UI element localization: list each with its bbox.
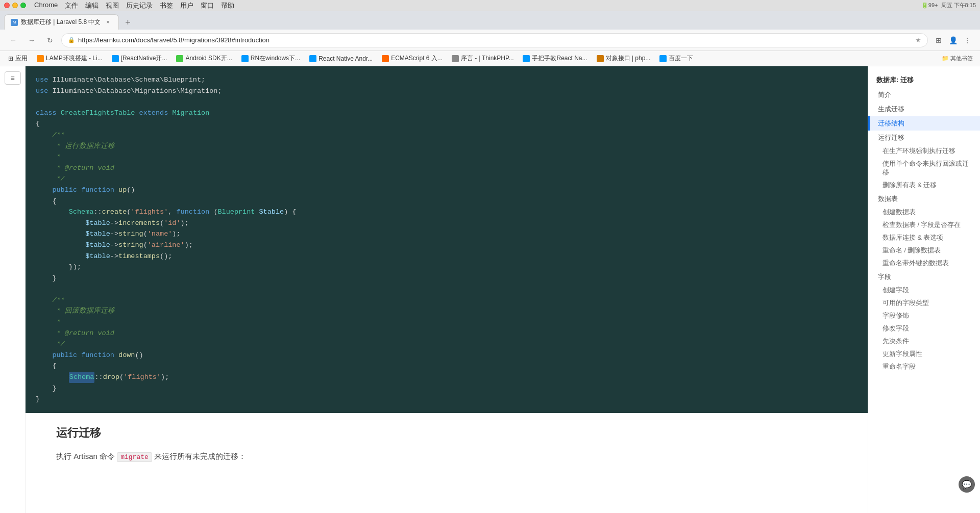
section-title: 运行迁移 [56,423,847,442]
code-line-13: Schema::create('flights', function (Blue… [36,207,857,218]
code-line-17: $table->timestamps(); [36,251,857,262]
migrate-command: migrate [117,452,152,462]
bookmark-9[interactable]: 对象接口 | php... [593,53,655,64]
chat-bubble-btn[interactable]: 💬 [959,476,975,493]
toc-db-options[interactable]: 数据库连接 & 表选项 [868,232,980,244]
bookmark-7[interactable]: 序言 - | ThinkPHP... [448,53,518,64]
address-input[interactable]: 🔒 https://learnku.com/docs/laravel/5.8/m… [61,33,928,47]
toc-tables[interactable]: 数据表 [868,192,980,206]
menu-history[interactable]: 历史记录 [126,1,153,10]
profile-icon[interactable]: 👤 [946,34,960,47]
code-line-22: * 回滚数据库迁移 [36,305,857,317]
bookmark-4-label: RN在windows下... [251,54,300,63]
menu-icon[interactable]: ⋮ [961,34,974,47]
bookmark-apps[interactable]: ⊞ 应用 [4,53,32,64]
menu-view[interactable]: 视图 [106,1,119,10]
tab-favicon: M [11,19,18,26]
forward-btn[interactable]: → [24,33,39,47]
toc-check-table[interactable]: 检查数据表 / 字段是否存在 [868,219,980,232]
back-btn[interactable]: ← [6,33,20,47]
code-line-15: $table->string('name'); [36,228,857,240]
active-tab[interactable]: M 数据库迁移 | Laravel 5.8 中文 × [4,14,119,30]
apps-grid-icon: ⊞ [8,55,13,62]
section-content: 运行迁移 执行 Artisan 命令 migrate 来运行所有未完成的迁移： [26,413,868,474]
bookmark-3[interactable]: Android SDK开... [172,53,236,64]
code-line-8: * [36,151,857,163]
code-line-5: { [36,118,857,130]
toc-reset[interactable]: 删除所有表 & 迁移 [868,179,980,192]
bookmark-2[interactable]: [ReactNative开... [108,53,172,64]
toc-col-modifier[interactable]: 字段修饰 [868,310,980,322]
toc-rename-col[interactable]: 重命名字段 [868,361,980,373]
url-text: https://learnku.com/docs/laravel/5.8/mig… [78,36,912,44]
toc-col-types[interactable]: 可用的字段类型 [868,297,980,310]
section-intro: 执行 Artisan 命令 migrate 来运行所有未完成的迁移： [56,449,847,463]
lock-icon: 🔒 [68,37,75,43]
code-line-28: Schema::drop('flights'); [36,372,857,383]
code-line-23: * [36,317,857,328]
bookmark-7-label: 序言 - | ThinkPHP... [461,54,514,63]
menu-window[interactable]: 窗口 [201,1,214,10]
toc-rename-table[interactable]: 重命名 / 删除数据表 [868,244,980,257]
bookmark-6-label: ECMAScript 6 入... [391,54,443,63]
close-window-btn[interactable] [4,3,10,8]
bookmark-8[interactable]: 手把手教React Na... [519,53,591,64]
menu-edit[interactable]: 编辑 [85,1,99,10]
titlebar: Chrome 文件 编辑 视图 历史记录 书签 用户 窗口 帮助 🔋99+ 周五… [0,0,980,11]
bookmark-1[interactable]: LAMP环境搭建 - Li... [33,53,107,64]
window-controls[interactable] [4,3,26,8]
other-bookmarks[interactable]: 📁 其他书签 [939,54,976,63]
time-display: 周五 下午8:15 [941,2,976,9]
toc-header: 数据库: 迁移 [868,72,980,88]
tab-close-btn[interactable]: × [104,18,112,27]
section-text-after: 来运行所有未完成的迁移： [154,452,246,460]
bookmark-2-label: [ReactNative开... [121,54,167,63]
code-line-27: { [36,361,857,372]
app-menu: Chrome 文件 编辑 视图 历史记录 书签 用户 窗口 帮助 [34,1,234,10]
main-content: ≡ use Illuminate\Database\Schema\Bluepri… [0,66,980,513]
code-line-11: public function up() [36,185,857,196]
bookmark-10-label: 百度一下 [669,54,693,63]
extensions-icon[interactable]: ⊞ [932,34,945,47]
toc-create-col[interactable]: 创建字段 [868,284,980,297]
toc-update-col[interactable]: 更新字段属性 [868,348,980,361]
bookmark-5[interactable]: React Native Andr... [305,54,377,63]
code-line-21: /** [36,295,857,306]
toc-structure[interactable]: 迁移结构 [868,116,980,131]
sidebar-toggle-btn[interactable]: ≡ [5,71,21,85]
code-line-24: * @return void [36,328,857,339]
toc-generate[interactable]: 生成迁移 [868,102,980,116]
toc-prereq[interactable]: 先决条件 [868,335,980,348]
code-line-2: use Illuminate\Database\Migrations\Migra… [36,86,857,97]
menu-user[interactable]: 用户 [180,1,193,10]
toc-force[interactable]: 在生产环境强制执行迁移 [868,145,980,158]
star-icon[interactable]: ★ [915,36,921,44]
bookmark-10[interactable]: 百度一下 [655,53,697,64]
toc-columns[interactable]: 字段 [868,270,980,284]
folder-icon: 📁 [942,55,950,61]
tab-title: 数据库迁移 | Laravel 5.8 中文 [21,18,101,27]
code-line-4: class CreateFlightsTable extends Migrati… [36,108,857,119]
bookmark-9-label: 对象接口 | php... [606,54,651,63]
bookmark-4[interactable]: RN在windows下... [237,53,304,64]
toc-run[interactable]: 运行迁移 [868,131,980,145]
toc-modify-col[interactable]: 修改字段 [868,322,980,335]
toolbar-icons: ⊞ 👤 ⋮ [932,34,974,47]
bookmark-apps-label: 应用 [15,54,28,63]
new-tab-btn[interactable]: + [121,15,135,30]
code-line-30: } [36,394,857,405]
toc-jianjie[interactable]: 简介 [868,88,980,102]
toc-rename-fk[interactable]: 重命名带外键的数据表 [868,257,980,270]
code-line-7: * 运行数据库迁移 [36,141,857,152]
bookmark-8-label: 手把手教React Na... [532,54,587,63]
bookmark-5-label: React Native Andr... [318,55,373,62]
minimize-window-btn[interactable] [12,3,18,8]
menu-bookmarks[interactable]: 书签 [160,1,173,10]
bookmark-6[interactable]: ECMAScript 6 入... [378,53,447,64]
maximize-window-btn[interactable] [20,3,26,8]
menu-file[interactable]: 文件 [65,1,78,10]
toc-create-table[interactable]: 创建数据表 [868,206,980,219]
toc-rollback[interactable]: 使用单个命令来执行回滚或迁移 [868,158,980,179]
refresh-btn[interactable]: ↻ [43,33,57,47]
menu-help[interactable]: 帮助 [221,1,234,10]
